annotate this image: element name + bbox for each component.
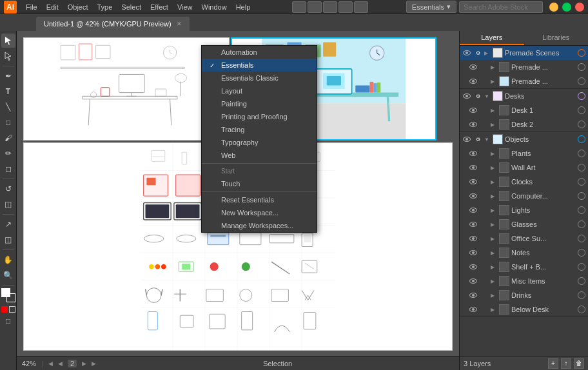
layer-row-desks[interactable]: ⚙ ▼ Desks: [460, 89, 588, 103]
expand-glasses[interactable]: ▶: [491, 222, 497, 228]
layer-row-below-desk[interactable]: ▶ Below Desk: [460, 302, 588, 316]
workspace-option-tracing[interactable]: Tracing: [202, 123, 317, 136]
type-tool[interactable]: T: [1, 84, 15, 99]
layer-row-clocks[interactable]: ▶ Clocks: [460, 175, 588, 189]
delete-layer-button[interactable]: 🗑: [574, 358, 584, 369]
tab-layers[interactable]: Layers: [460, 31, 524, 45]
toolbar-icon-1[interactable]: [292, 1, 306, 13]
canvas-area[interactable]: Automation ✓ Essentials Essentials Class…: [17, 31, 459, 370]
layer-row-premade-2[interactable]: ▶ Premade ...: [460, 74, 588, 88]
workspace-option-painting[interactable]: Painting: [202, 97, 317, 110]
mirror-tool[interactable]: ◫: [1, 197, 15, 211]
workspace-option-web[interactable]: Web: [202, 149, 317, 162]
move-to-layer-button[interactable]: ↑: [561, 358, 571, 369]
menu-help[interactable]: Help: [232, 2, 255, 12]
workspace-option-new[interactable]: New Workspace...: [202, 206, 317, 219]
layer-row-lights[interactable]: ▶ Lights: [460, 203, 588, 217]
visibility-shelf-b[interactable]: [469, 262, 478, 271]
line-tool[interactable]: ╲: [1, 100, 15, 114]
expand-office-su[interactable]: ▶: [491, 236, 497, 242]
expand-premade-scenes[interactable]: ▶: [484, 50, 491, 56]
menu-view[interactable]: View: [173, 2, 197, 12]
background-color[interactable]: [9, 306, 15, 313]
menu-window[interactable]: Window: [198, 2, 231, 12]
pen-tool[interactable]: ✒: [1, 69, 15, 83]
workspace-button[interactable]: Essentials ▾: [406, 1, 456, 13]
settings-icon-premade[interactable]: ⚙: [473, 48, 482, 57]
tab-libraries[interactable]: Libraries: [524, 31, 589, 45]
visibility-objects[interactable]: [462, 135, 471, 144]
visibility-desk-1[interactable]: [469, 106, 478, 115]
menu-select[interactable]: Select: [117, 2, 145, 12]
close-button[interactable]: [575, 3, 584, 12]
workspace-option-typography[interactable]: Typography: [202, 136, 317, 149]
visibility-premade-1[interactable]: [469, 63, 478, 72]
layer-row-premade-scenes[interactable]: ⚙ ▶ Premade Scenes: [460, 46, 588, 60]
direct-selection-tool[interactable]: [1, 49, 15, 63]
menu-edit[interactable]: Edit: [43, 2, 63, 12]
width-tool[interactable]: ↗: [1, 217, 15, 231]
visibility-desks[interactable]: [462, 92, 471, 101]
fill-stroke-box[interactable]: [1, 288, 15, 302]
workspace-option-automation[interactable]: Automation: [202, 46, 317, 59]
gradient-tool[interactable]: ◫: [1, 233, 15, 247]
visibility-computer[interactable]: [469, 191, 478, 200]
workspace-option-essentials[interactable]: ✓ Essentials: [202, 59, 317, 72]
expand-premade-2[interactable]: ▶: [491, 79, 497, 84]
expand-premade-1[interactable]: ▶: [491, 64, 497, 70]
visibility-premade-2[interactable]: [469, 77, 478, 86]
toolbar-icon-2[interactable]: [308, 1, 322, 13]
layer-row-computer[interactable]: ▶ Computer...: [460, 189, 588, 203]
visibility-glasses[interactable]: [469, 220, 478, 229]
rotate-tool[interactable]: ↺: [1, 182, 15, 196]
expand-clocks[interactable]: ▶: [491, 179, 497, 185]
rect-tool[interactable]: □: [1, 115, 15, 130]
visibility-lights[interactable]: [469, 206, 478, 215]
workspace-option-reset[interactable]: Reset Essentials: [202, 193, 317, 206]
toolbar-icon-3[interactable]: [323, 1, 337, 13]
eraser-tool[interactable]: ◻: [1, 162, 15, 176]
menu-type[interactable]: Type: [93, 2, 117, 12]
expand-objects[interactable]: ▼: [484, 137, 491, 142]
expand-desks[interactable]: ▼: [484, 93, 491, 99]
settings-icon-desks[interactable]: ⚙: [473, 92, 482, 101]
toolbar-icon-5[interactable]: [354, 1, 368, 13]
menu-effect[interactable]: Effect: [146, 2, 172, 12]
expand-below-desk[interactable]: ▶: [491, 307, 497, 313]
layer-row-objects[interactable]: ⚙ ▼ Objects: [460, 132, 588, 146]
layer-row-drinks[interactable]: ▶ Drinks: [460, 288, 588, 302]
visibility-misc-items[interactable]: [469, 277, 478, 286]
layer-row-wall-art[interactable]: ▶ Wall Art: [460, 161, 588, 175]
workspace-option-printing-proofing[interactable]: Printing and Proofing: [202, 110, 317, 123]
expand-plants[interactable]: ▶: [491, 151, 497, 157]
paintbrush-tool[interactable]: 🖌: [1, 131, 15, 145]
menu-object[interactable]: Object: [64, 2, 92, 12]
minimize-button[interactable]: [549, 3, 558, 12]
expand-desk-2[interactable]: ▶: [491, 122, 497, 128]
tab-close-button[interactable]: ✕: [177, 21, 182, 27]
expand-notes[interactable]: ▶: [491, 250, 497, 256]
expand-computer[interactable]: ▶: [491, 193, 497, 199]
visibility-plants[interactable]: [469, 149, 478, 158]
layer-row-glasses[interactable]: ▶ Glasses: [460, 217, 588, 231]
toolbar-icon-4[interactable]: [338, 1, 353, 13]
visibility-notes[interactable]: [469, 248, 478, 257]
layer-row-plants[interactable]: ▶ Plants: [460, 146, 588, 161]
pencil-tool[interactable]: ✏: [1, 146, 15, 161]
expand-misc-items[interactable]: ▶: [491, 278, 497, 284]
new-layer-button[interactable]: +: [548, 358, 558, 369]
visibility-drinks[interactable]: [469, 291, 478, 300]
workspace-option-layout[interactable]: Layout: [202, 84, 317, 97]
hand-tool[interactable]: ✋: [1, 253, 15, 267]
settings-icon-objects[interactable]: ⚙: [473, 135, 482, 144]
expand-drinks[interactable]: ▶: [491, 293, 497, 298]
layer-row-notes[interactable]: ▶ Notes: [460, 246, 588, 260]
visibility-premade-scenes[interactable]: [462, 48, 471, 57]
expand-lights[interactable]: ▶: [491, 208, 497, 213]
layer-row-premade-1[interactable]: ▶ Premade ...: [460, 60, 588, 74]
foreground-color[interactable]: [1, 306, 8, 313]
layer-row-desk-2[interactable]: ▶ Desk 2: [460, 117, 588, 131]
menu-file[interactable]: File: [22, 2, 41, 12]
visibility-wall-art[interactable]: [469, 163, 478, 172]
workspace-option-manage[interactable]: Manage Workspaces...: [202, 219, 317, 232]
